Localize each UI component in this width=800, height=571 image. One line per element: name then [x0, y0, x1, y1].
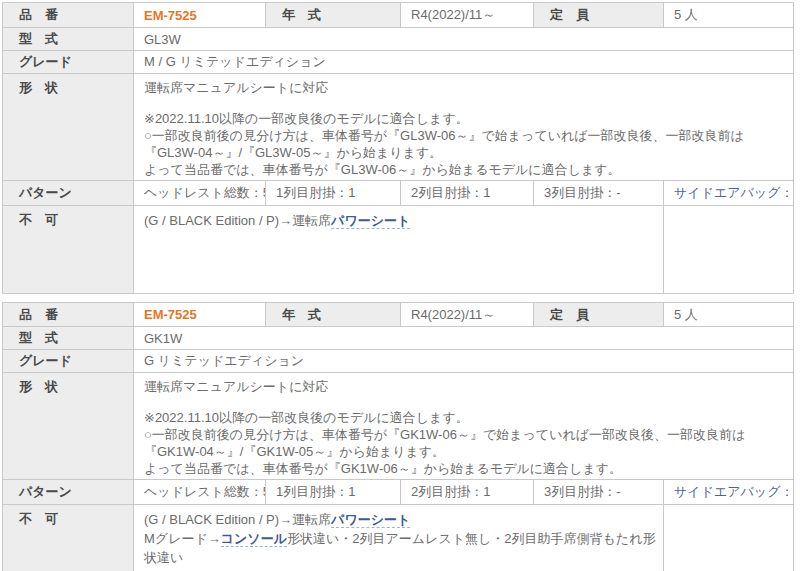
power-seat-link[interactable]: パワーシート [331, 213, 410, 229]
shape-cell: 運転席マニュアルシートに対応 ※2022.11.10以降の一部改良後のモデルに適… [134, 74, 794, 181]
model-value: GK1W [134, 327, 794, 350]
shape-label: 形 状 [3, 373, 134, 480]
pattern-armrest-row2: 2列目肘掛：1 [401, 181, 534, 206]
table-row: 型 式 GL3W [3, 28, 794, 51]
product-code-value: EM-7525 [134, 3, 266, 28]
rejected-text: (G / BLACK Edition / P)→運転席 [144, 213, 331, 228]
year-label: 年 式 [266, 303, 401, 327]
rejected-line: (G / BLACK Edition / P)→運転席パワーシート [144, 211, 657, 230]
shape-note: よって当品番では、車体番号が『GK1W-06～』から始まるモデルに適合します。 [144, 460, 787, 477]
capacity-label: 定 員 [534, 303, 664, 327]
shape-value: 運転席マニュアルシートに対応 [144, 79, 787, 96]
pattern-label: パターン [3, 181, 134, 206]
pattern-armrest-row3: 3列目肘掛：- [534, 181, 664, 206]
year-label: 年 式 [266, 3, 401, 28]
console-link[interactable]: コンソール [221, 531, 287, 547]
table-row: グレード M / G リミテッドエディション [3, 51, 794, 74]
grade-label: グレード [3, 51, 134, 74]
grade-value: G リミテッドエディション [134, 350, 794, 373]
pattern-headrest: ヘッドレスト総数：5 [134, 181, 266, 206]
pattern-headrest: ヘッドレスト総数：5 [134, 480, 266, 505]
shape-label: 形 状 [3, 74, 134, 181]
table-row: 形 状 運転席マニュアルシートに対応 ※2022.11.10以降の一部改良後のモ… [3, 373, 794, 480]
pattern-side-airbag: サイドエアバッグ：○ [664, 480, 794, 505]
table-row: 品 番 EM-7525 年 式 R4(2022)/11～ 定 員 5 人 [3, 303, 794, 327]
capacity-value: 5 人 [664, 303, 794, 327]
pattern-armrest-row1: 1列目肘掛：1 [266, 181, 401, 206]
rejected-line: (G / BLACK Edition / P)→運転席パワーシート [144, 510, 657, 529]
product-code-label: 品 番 [3, 3, 134, 28]
model-label: 型 式 [3, 28, 134, 51]
shape-cell: 運転席マニュアルシートに対応 ※2022.11.10以降の一部改良後のモデルに適… [134, 373, 794, 480]
rejected-empty-cell [664, 505, 794, 571]
table-row: 型 式 GK1W [3, 327, 794, 350]
rejected-empty-cell [664, 206, 794, 294]
table-row: パターン ヘッドレスト総数：5 1列目肘掛：1 2列目肘掛：1 3列目肘掛：- … [3, 480, 794, 505]
rejected-text: (G / BLACK Edition / P)→運転席 [144, 512, 331, 527]
grade-value: M / G リミテッドエディション [134, 51, 794, 74]
table-row: グレード G リミテッドエディション [3, 350, 794, 373]
pattern-armrest-row1: 1列目肘掛：1 [266, 480, 401, 505]
pattern-armrest-row2: 2列目肘掛：1 [401, 480, 534, 505]
rejected-text: Mグレード→ [144, 531, 221, 546]
shape-note: ※2022.11.10以降の一部改良後のモデルに適合します。 [144, 110, 787, 127]
shape-notes: ※2022.11.10以降の一部改良後のモデルに適合します。 ○一部改良前後の見… [144, 409, 787, 477]
capacity-value: 5 人 [664, 3, 794, 28]
table-row: 不 可 (G / BLACK Edition / P)→運転席パワーシート Mグ… [3, 505, 794, 571]
rejected-cell: (G / BLACK Edition / P)→運転席パワーシート Mグレード→… [134, 505, 664, 571]
shape-note: ○一部改良前後の見分け方は、車体番号が『GK1W-06～』で始まっていれば一部改… [144, 426, 787, 460]
year-value: R4(2022)/11～ [401, 3, 534, 28]
grade-label: グレード [3, 350, 134, 373]
product-code-value: EM-7525 [134, 303, 266, 327]
power-seat-link[interactable]: パワーシート [331, 512, 410, 528]
shape-note: よって当品番では、車体番号が『GL3W-06～』から始まるモデルに適合します。 [144, 161, 787, 178]
table-row: 形 状 運転席マニュアルシートに対応 ※2022.11.10以降の一部改良後のモ… [3, 74, 794, 181]
rejected-label: 不 可 [3, 206, 134, 294]
spec-table-gk1w: 品 番 EM-7525 年 式 R4(2022)/11～ 定 員 5 人 型 式… [2, 302, 794, 571]
shape-note: ※2022.11.10以降の一部改良後のモデルに適合します。 [144, 409, 787, 426]
rejected-line: Mグレード→コンソール形状違い・2列目アームレスト無し・2列目助手席側背もたれ形… [144, 529, 657, 567]
pattern-side-airbag: サイドエアバッグ：○ [664, 181, 794, 206]
pattern-label: パターン [3, 480, 134, 505]
shape-note: ○一部改良前後の見分け方は、車体番号が『GL3W-06～』で始まっていれば一部改… [144, 127, 787, 161]
spec-table-gl3w: 品 番 EM-7525 年 式 R4(2022)/11～ 定 員 5 人 型 式… [2, 2, 794, 294]
year-value: R4(2022)/11～ [401, 303, 534, 327]
table-row: 品 番 EM-7525 年 式 R4(2022)/11～ 定 員 5 人 [3, 3, 794, 28]
pattern-armrest-row3: 3列目肘掛：- [534, 480, 664, 505]
rejected-label: 不 可 [3, 505, 134, 571]
rejected-cell: (G / BLACK Edition / P)→運転席パワーシート [134, 206, 664, 294]
model-value: GL3W [134, 28, 794, 51]
page: 品 番 EM-7525 年 式 R4(2022)/11～ 定 員 5 人 型 式… [0, 0, 800, 571]
product-code-label: 品 番 [3, 303, 134, 327]
shape-notes: ※2022.11.10以降の一部改良後のモデルに適合します。 ○一部改良前後の見… [144, 110, 787, 178]
table-row: 不 可 (G / BLACK Edition / P)→運転席パワーシート [3, 206, 794, 294]
capacity-label: 定 員 [534, 3, 664, 28]
shape-value: 運転席マニュアルシートに対応 [144, 378, 787, 395]
table-row: パターン ヘッドレスト総数：5 1列目肘掛：1 2列目肘掛：1 3列目肘掛：- … [3, 181, 794, 206]
model-label: 型 式 [3, 327, 134, 350]
